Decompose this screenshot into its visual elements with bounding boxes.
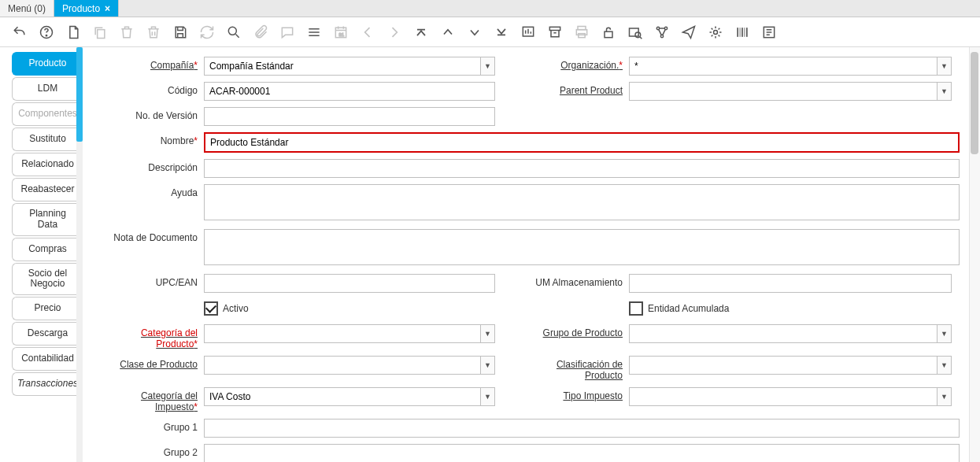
organizacion-combo[interactable]: ▼ <box>629 57 952 76</box>
dropdown-icon[interactable]: ▼ <box>937 57 952 76</box>
descripcion-input[interactable] <box>204 159 960 178</box>
sidebar-tab-reabastecer[interactable]: Reabastecer <box>12 178 83 201</box>
form-scrollbar[interactable] <box>969 47 980 462</box>
dropdown-icon[interactable]: ▼ <box>937 387 952 406</box>
window-tab-label: Menú (0) <box>8 3 46 14</box>
info-button[interactable] <box>759 22 779 43</box>
sidebar-tab-transacciones[interactable]: Transacciones <box>12 372 83 396</box>
barcode-button[interactable] <box>732 22 753 43</box>
last-button[interactable] <box>491 22 512 43</box>
archive-button[interactable] <box>545 22 565 43</box>
svg-rect-10 <box>579 33 585 37</box>
svg-point-15 <box>664 27 667 29</box>
window-tab-producto[interactable]: Producto × <box>54 0 119 17</box>
delete-button[interactable] <box>116 22 137 43</box>
first-button[interactable] <box>411 22 431 43</box>
svg-rect-21 <box>745 28 745 37</box>
history-button[interactable]: 31 <box>331 22 351 43</box>
parent-product-combo[interactable]: ▼ <box>629 82 952 101</box>
grid-toggle-button[interactable] <box>304 22 324 43</box>
dropdown-icon[interactable]: ▼ <box>480 324 495 343</box>
activo-checkbox[interactable] <box>204 301 218 316</box>
grupo2-input[interactable] <box>204 444 960 462</box>
up-button[interactable] <box>438 22 458 43</box>
um-almacenamiento-input[interactable] <box>629 274 952 293</box>
categoria-impuesto-input[interactable] <box>204 387 480 406</box>
window-tab-menu[interactable]: Menú (0) <box>0 0 54 17</box>
chat-button[interactable] <box>277 22 298 43</box>
sidebar-tab-componentes[interactable]: Componentes <box>12 102 83 126</box>
dropdown-icon[interactable]: ▼ <box>937 82 952 101</box>
sidebar-tab-ldm[interactable]: LDM <box>12 77 83 101</box>
sidebar-tab-relacionado[interactable]: Relacionado <box>12 153 83 176</box>
sidebar-tab-contabilidad[interactable]: Contabilidad <box>12 347 83 371</box>
compania-input[interactable] <box>204 57 480 76</box>
sidebar-tab-socio-negocio[interactable]: Socio del Negocio <box>12 263 83 296</box>
categoria-producto-input[interactable] <box>204 324 480 343</box>
report-button[interactable] <box>518 22 538 43</box>
categoria-impuesto-combo[interactable]: ▼ <box>204 387 495 406</box>
codigo-label: Código <box>102 82 204 96</box>
codigo-input[interactable] <box>204 82 495 101</box>
dropdown-icon[interactable]: ▼ <box>480 57 495 76</box>
copy-button[interactable] <box>90 22 110 43</box>
ayuda-textarea[interactable] <box>204 184 960 220</box>
prev-record-button[interactable] <box>357 22 378 43</box>
parent-product-input[interactable] <box>629 82 937 101</box>
lock-button[interactable] <box>598 22 619 43</box>
sidebar-tab-descarga[interactable]: Descarga <box>12 322 83 346</box>
clasificacion-producto-combo[interactable]: ▼ <box>629 356 952 375</box>
process-button[interactable] <box>705 22 726 43</box>
svg-point-14 <box>656 27 659 29</box>
undo-button[interactable] <box>9 22 30 43</box>
next-record-button[interactable] <box>384 22 405 43</box>
sidebar-tab-producto[interactable]: Producto <box>12 52 83 76</box>
search-button[interactable] <box>224 22 244 43</box>
dropdown-icon[interactable]: ▼ <box>937 324 952 343</box>
grupo-producto-combo[interactable]: ▼ <box>629 324 952 343</box>
new-button[interactable] <box>63 22 83 43</box>
help-button[interactable] <box>36 22 57 43</box>
dropdown-icon[interactable]: ▼ <box>480 387 495 406</box>
dropdown-icon[interactable]: ▼ <box>937 356 952 375</box>
sidebar-tab-precio[interactable]: Precio <box>12 297 83 320</box>
entidad-acumulada-checkbox[interactable] <box>629 301 643 316</box>
clase-producto-combo[interactable]: ▼ <box>204 356 495 375</box>
grupo1-input[interactable] <box>204 419 960 438</box>
upc-ean-input[interactable] <box>204 274 495 293</box>
tipo-impuesto-input[interactable] <box>629 387 937 406</box>
send-button[interactable] <box>679 22 699 43</box>
sidebar-tab-sustituto[interactable]: Sustituto <box>12 128 83 151</box>
window-tab-strip: Menú (0) Producto × <box>0 0 980 17</box>
sidebar-tab-planning-data[interactable]: Planning Data <box>12 203 83 236</box>
no-version-input[interactable] <box>204 107 495 126</box>
categoria-producto-combo[interactable]: ▼ <box>204 324 495 343</box>
sidebar-scroll-thumb[interactable] <box>76 47 83 142</box>
svg-rect-20 <box>741 28 743 37</box>
save-button[interactable] <box>170 22 190 43</box>
down-button[interactable] <box>464 22 485 43</box>
organizacion-input[interactable] <box>629 57 937 76</box>
nombre-input[interactable] <box>204 132 960 153</box>
sidebar-scrollbar[interactable] <box>76 47 83 462</box>
refresh-button[interactable] <box>197 22 217 43</box>
form-scroll-thumb[interactable] <box>971 52 978 154</box>
workflow-button[interactable] <box>652 22 672 43</box>
clasificacion-producto-label: Clasificación de Producto <box>527 356 629 381</box>
zoom-button[interactable] <box>625 22 645 43</box>
nota-documento-textarea[interactable] <box>204 229 960 265</box>
grupo-producto-input[interactable] <box>629 324 937 343</box>
dropdown-icon[interactable]: ▼ <box>480 356 495 375</box>
clasificacion-producto-input[interactable] <box>629 356 937 375</box>
tipo-impuesto-combo[interactable]: ▼ <box>629 387 952 406</box>
main-area: Producto LDM Componentes Sustituto Relac… <box>0 47 980 462</box>
delete-selection-button[interactable] <box>143 22 164 43</box>
compania-combo[interactable]: ▼ <box>204 57 495 76</box>
attachment-button[interactable] <box>250 22 271 43</box>
clase-producto-input[interactable] <box>204 356 480 375</box>
organizacion-label: Organización.* <box>527 57 629 71</box>
print-button[interactable] <box>571 22 592 43</box>
close-icon[interactable]: × <box>105 3 110 14</box>
sidebar-tab-compras[interactable]: Compras <box>12 238 83 261</box>
svg-rect-19 <box>740 28 741 37</box>
